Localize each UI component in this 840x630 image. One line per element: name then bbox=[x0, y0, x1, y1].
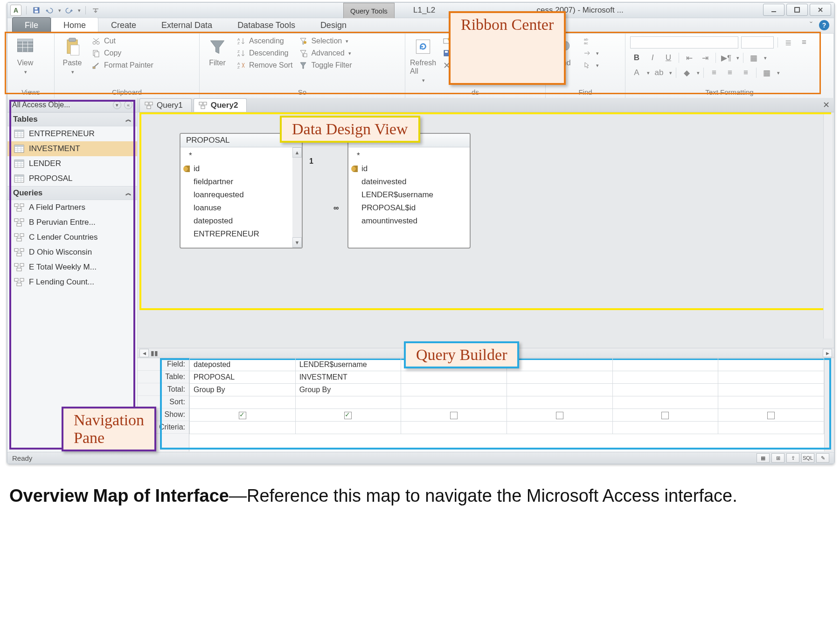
query-cell[interactable] bbox=[295, 409, 401, 422]
table-scrollbar[interactable]: ▲ ▼ bbox=[292, 147, 302, 248]
field-item[interactable]: loanrequested bbox=[194, 188, 296, 201]
field-item[interactable]: amountinvested bbox=[361, 215, 464, 228]
minimize-button[interactable] bbox=[763, 4, 784, 16]
save-icon[interactable] bbox=[31, 5, 42, 15]
query-cell[interactable] bbox=[507, 422, 612, 434]
indent-decrease-icon[interactable]: ⇤ bbox=[683, 52, 696, 63]
show-checkbox[interactable] bbox=[239, 412, 246, 419]
underline-button[interactable]: U bbox=[662, 52, 675, 63]
descending-button[interactable]: ZADescending bbox=[236, 48, 292, 58]
query-cell[interactable] bbox=[401, 396, 507, 409]
align-center-icon[interactable]: ≡ bbox=[723, 67, 736, 78]
query-cell[interactable] bbox=[190, 409, 296, 422]
navpane-table-item[interactable]: INVESTMENT bbox=[7, 141, 137, 156]
query-cell[interactable] bbox=[612, 359, 718, 371]
query-vscrollbar[interactable] bbox=[824, 358, 834, 451]
field-item[interactable]: * bbox=[189, 149, 296, 162]
query-cell[interactable] bbox=[190, 396, 296, 409]
query-cell[interactable] bbox=[401, 409, 507, 422]
query-cell[interactable] bbox=[190, 422, 296, 434]
undo-dropdown-icon[interactable]: ▾ bbox=[58, 7, 61, 14]
redo-icon[interactable] bbox=[64, 5, 74, 15]
copy-button[interactable]: Copy bbox=[91, 48, 153, 58]
query-cell[interactable] bbox=[507, 359, 612, 371]
query-cell[interactable] bbox=[612, 384, 718, 396]
italic-button[interactable]: I bbox=[646, 52, 659, 63]
query-cell[interactable] bbox=[507, 396, 612, 409]
query-cell[interactable] bbox=[612, 396, 718, 409]
pivot-view-icon[interactable]: ⊞ bbox=[771, 453, 784, 463]
query-cell[interactable] bbox=[401, 371, 507, 384]
selection-dropdown-icon[interactable]: ▾ bbox=[346, 38, 348, 44]
design-view-icon[interactable]: ✎ bbox=[816, 453, 829, 463]
scroll-down-icon[interactable]: ▼ bbox=[292, 237, 302, 248]
fill-color-dropdown-icon[interactable]: ▾ bbox=[697, 70, 700, 76]
align-left-icon[interactable]: ≡ bbox=[708, 67, 721, 78]
sql-view-icon[interactable]: SQL bbox=[801, 453, 814, 463]
query-cell[interactable] bbox=[718, 384, 824, 396]
tab-file[interactable]: File bbox=[12, 17, 51, 33]
field-item[interactable]: id bbox=[194, 162, 296, 175]
replace-button[interactable]: abac bbox=[582, 36, 599, 46]
query-cell[interactable] bbox=[401, 422, 507, 434]
refresh-all-button[interactable]: Refresh All ▾ bbox=[410, 36, 436, 83]
advanced-dropdown-icon[interactable]: ▾ bbox=[348, 50, 351, 56]
query-cell[interactable] bbox=[507, 384, 612, 396]
query-cell[interactable] bbox=[507, 371, 612, 384]
field-item[interactable]: PROPOSAL$id bbox=[361, 201, 464, 215]
query-cell[interactable] bbox=[295, 422, 401, 434]
bullets-icon[interactable]: ≣ bbox=[782, 37, 795, 48]
fill-color-icon[interactable]: ◆ bbox=[680, 67, 693, 78]
query-cell[interactable]: PROPOSAL bbox=[190, 371, 296, 384]
ascending-button[interactable]: AZAscending bbox=[236, 36, 292, 46]
navpane-header[interactable]: All Access Obje... ▾« bbox=[7, 98, 137, 112]
chevron-up-icon[interactable]: ︽ bbox=[125, 115, 132, 124]
advanced-button[interactable]: Advanced▾ bbox=[298, 48, 352, 58]
query-cell[interactable]: Group By bbox=[295, 384, 401, 396]
doc-tab-query2[interactable]: Query2 bbox=[194, 98, 247, 112]
query-cell[interactable] bbox=[718, 371, 824, 384]
navpane-query-item[interactable]: E Total Weekly M... bbox=[7, 260, 137, 275]
filter-button[interactable]: Filter bbox=[204, 36, 230, 67]
table-investment[interactable]: INVESTMENT *iddateinvestedLENDER$usernam… bbox=[347, 133, 471, 249]
tab-database-tools[interactable]: Database Tools bbox=[225, 17, 308, 33]
query-cell[interactable] bbox=[718, 409, 824, 422]
field-item[interactable]: ENTREPRENEUR bbox=[194, 228, 296, 241]
select-dropdown-icon[interactable]: ▾ bbox=[596, 62, 599, 69]
navpane-group-queries[interactable]: Queries ︽ bbox=[7, 186, 137, 200]
chevron-up-icon[interactable]: ︽ bbox=[125, 189, 132, 197]
grid-format-icon[interactable]: ▦ bbox=[747, 52, 760, 63]
font-size-dropdown[interactable] bbox=[741, 36, 774, 48]
navpane-collapse-icon[interactable]: « bbox=[124, 101, 132, 109]
cut-button[interactable]: Cut bbox=[91, 36, 153, 46]
show-checkbox[interactable] bbox=[450, 412, 458, 419]
show-checkbox[interactable] bbox=[556, 412, 563, 419]
navpane-search-icon[interactable]: ▾ bbox=[113, 101, 121, 109]
ltr-dropdown-icon[interactable]: ▾ bbox=[736, 55, 739, 61]
navpane-query-item[interactable]: A Field Partners bbox=[7, 200, 137, 215]
tab-external-data[interactable]: External Data bbox=[149, 17, 225, 33]
undo-icon[interactable] bbox=[44, 5, 55, 15]
bold-button[interactable]: B bbox=[630, 52, 643, 63]
toggle-filter-button[interactable]: Toggle Filter bbox=[298, 61, 352, 70]
field-item[interactable]: LENDER$username bbox=[361, 188, 464, 201]
navpane-table-item[interactable]: ENTREPRENEUR bbox=[7, 126, 137, 141]
field-item[interactable]: dateposted bbox=[194, 215, 296, 228]
doc-close-icon[interactable]: ✕ bbox=[822, 101, 830, 109]
show-checkbox[interactable] bbox=[344, 412, 352, 419]
field-item[interactable]: id bbox=[361, 162, 464, 175]
tab-design[interactable]: Design bbox=[308, 17, 359, 33]
field-item[interactable]: * bbox=[357, 149, 464, 162]
remove-sort-button[interactable]: AZRemove Sort bbox=[236, 61, 292, 70]
scroll-left-icon[interactable]: ◂ bbox=[139, 349, 149, 357]
query-cell[interactable] bbox=[718, 359, 824, 371]
font-color-dropdown-icon[interactable]: ▾ bbox=[647, 70, 650, 76]
maximize-button[interactable] bbox=[786, 4, 808, 16]
query-cell[interactable] bbox=[718, 422, 824, 434]
scroll-right-icon[interactable]: ▸ bbox=[823, 349, 832, 357]
select-button[interactable]: ▾ bbox=[582, 61, 599, 70]
view-button[interactable]: View ▾ bbox=[12, 36, 38, 75]
field-item[interactable]: dateinvested bbox=[361, 175, 464, 188]
data-design-view[interactable]: PROPOSAL *idfieldpartnerloanrequestedloa… bbox=[138, 112, 834, 348]
query-cell[interactable] bbox=[612, 422, 718, 434]
